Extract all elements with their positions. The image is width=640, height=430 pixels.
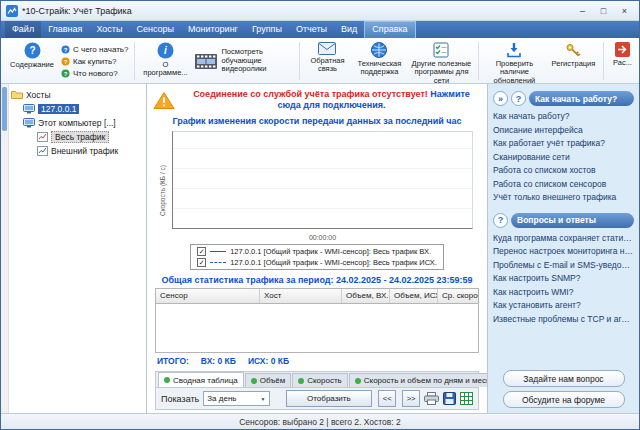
totals-outgoing: ИСХ: 0 КБ [248, 356, 289, 366]
print-icon[interactable] [424, 392, 439, 405]
minimize-button[interactable]: – [573, 4, 592, 18]
chart-y-axis-label: Скорость (КБ / с) [157, 129, 168, 241]
tab-speed[interactable]: Скорость [292, 373, 348, 387]
support-button[interactable]: Техническая поддержка [351, 40, 407, 82]
tree-item-this-computer[interactable]: Этот компьютер [...] [11, 116, 144, 130]
output-icons [424, 392, 473, 405]
faq-link[interactable]: Как настроить WMI? [493, 286, 634, 300]
help-section1-header: » ? Как начать работу? [493, 91, 634, 106]
column-header-volume-in[interactable]: Объем, ВХ. [342, 289, 390, 303]
column-header-sensor[interactable]: Сенсор [156, 289, 260, 303]
faq-link[interactable]: Проблемы с E-mail и SMS-уведомлени... [493, 259, 634, 273]
maximize-button[interactable]: □ [594, 4, 613, 18]
help-link[interactable]: Работа со списком хостов [493, 164, 634, 178]
export-table-icon[interactable] [460, 392, 473, 405]
about-button[interactable]: i О программе... [138, 40, 192, 82]
ribbon-separator [603, 42, 604, 80]
legend-row-incoming[interactable]: ✓ 127.0.0.1 [Общий трафик - WMI-сенсор]:… [197, 247, 437, 256]
question-circle-icon: ? [493, 213, 508, 228]
column-header-avg-speed-in[interactable]: Ср. скорость, ВХ. [438, 289, 478, 303]
help-link[interactable]: Учёт только внешнего трафика [493, 191, 634, 205]
info-icon: i [157, 42, 174, 59]
next-period-button[interactable]: >> [402, 390, 420, 407]
check-updates-button[interactable]: Проверить наличие обновлений [482, 40, 546, 82]
faq-link[interactable]: Как установить агент? [493, 299, 634, 313]
green-dot-icon [298, 378, 304, 384]
how-to-buy-link[interactable]: ? Как купить? [61, 57, 128, 66]
tree-item-hosts-root[interactable]: Хосты [11, 88, 144, 102]
help-panel-spacer [493, 326, 634, 367]
other-programs-button[interactable]: Другие полезные программы для сети [407, 40, 475, 82]
menu-sensors[interactable]: Сенсоры [129, 21, 181, 38]
help-link[interactable]: Сканирование сети [493, 151, 634, 165]
feedback-button[interactable]: Обратная связь [303, 40, 351, 82]
faq-link[interactable]: Как настроить SNMP? [493, 272, 634, 286]
whats-new-link[interactable]: ? Что нового? [61, 69, 128, 78]
menu-help[interactable]: Справка [364, 21, 415, 38]
window-controls: – □ × [573, 4, 634, 18]
sensor-chart-icon [37, 132, 48, 142]
help-link[interactable]: Работа со списком сенсоров [493, 178, 634, 192]
getting-started-link[interactable]: ? С чего начать? [61, 45, 128, 54]
save-icon[interactable] [443, 392, 456, 405]
videos-button[interactable]: Посмотреть обучающие видеоролики [192, 40, 296, 82]
help-link[interactable]: Описание интерфейса [493, 124, 634, 138]
close-button[interactable]: × [615, 4, 634, 18]
tree-item-host-127[interactable]: 127.0.0.1 [11, 102, 144, 116]
question-icon: ? [61, 45, 70, 54]
totals-row: ИТОГО: ВХ: 0 КБ ИСХ: 0 КБ [157, 356, 477, 366]
help-section2-title: Вопросы и ответы [511, 213, 634, 228]
legend-row-outgoing[interactable]: ✓ 127.0.0.1 [Общий трафик - WMI-сенсор]:… [197, 258, 437, 267]
stats-table-body [156, 304, 478, 353]
extensions-button-truncated[interactable]: Рас... [607, 40, 637, 82]
prev-period-button[interactable]: << [378, 390, 396, 407]
menu-bar: Файл Главная Хосты Сенсоры Мониторинг Гр… [1, 21, 639, 38]
help-link[interactable]: Как работает учёт трафика? [493, 137, 634, 151]
menu-view[interactable]: Вид [334, 21, 364, 38]
globe-icon [371, 42, 387, 58]
svg-text:?: ? [29, 45, 35, 56]
chart-legend: ✓ 127.0.0.1 [Общий трафик - WMI-сенсор]:… [190, 244, 444, 270]
period-select[interactable]: За день ▼ [203, 391, 269, 406]
menu-home[interactable]: Главная [41, 21, 89, 38]
menu-reports[interactable]: Отчеты [289, 21, 334, 38]
menu-groups[interactable]: Группы [245, 21, 289, 38]
ask-question-button[interactable]: Задайте нам вопрос [503, 370, 625, 387]
tree-scrollbar-thumb[interactable] [2, 87, 7, 131]
legend-checkbox-outgoing[interactable]: ✓ [197, 258, 206, 267]
svg-text:?: ? [64, 58, 68, 64]
quick-links-group: ? С чего начать? ? Как купить? ? Что нов… [58, 40, 131, 82]
question-circle-icon: ? [511, 91, 526, 106]
key-icon [565, 42, 581, 58]
chart-plot-wrap: 00:00:00 [168, 129, 477, 241]
svg-text:?: ? [64, 70, 68, 76]
faq-link[interactable]: Куда программа сохраняет статистик... [493, 232, 634, 246]
registration-button[interactable]: Регистрация [546, 40, 600, 82]
app-icon [6, 5, 18, 17]
tree-scrollbar[interactable] [1, 84, 9, 413]
legend-checkbox-incoming[interactable]: ✓ [197, 247, 206, 256]
green-dot-icon [251, 378, 257, 384]
tree-item-external-traffic[interactable]: Внешний трафик [11, 144, 144, 158]
contents-button[interactable]: ? Содержание [6, 40, 58, 82]
help-panel: » ? Как начать работу? Как начать работу… [487, 84, 639, 413]
column-header-host[interactable]: Хост [260, 289, 342, 303]
faq-link[interactable]: Известные проблемы с TCP и агентом [493, 313, 634, 327]
menu-hosts[interactable]: Хосты [89, 21, 129, 38]
display-button[interactable]: Отобразить [286, 390, 373, 407]
column-header-volume-out[interactable]: Объем, ИСХ. [390, 289, 438, 303]
menu-monitoring[interactable]: Мониторинг [181, 21, 245, 38]
tree-item-all-traffic[interactable]: Весь трафик [11, 130, 144, 144]
help-question-icon: ? [24, 42, 41, 59]
menu-file[interactable]: Файл [5, 21, 41, 38]
stats-table-header: Сенсор Хост Объем, ВХ. Объем, ИСХ. Ср. с… [156, 289, 478, 304]
tab-volume[interactable]: Объём [245, 373, 292, 387]
forum-button[interactable]: Обсудите на форуме [503, 391, 625, 408]
tab-summary-table[interactable]: Сводная таблица [158, 372, 244, 387]
warning-icon [153, 91, 175, 110]
green-dot-icon [355, 378, 361, 384]
connection-alert-link[interactable]: Соединение со службой учёта трафика отсу… [153, 89, 481, 112]
help-link[interactable]: Как начать работу? [493, 110, 634, 124]
faq-link[interactable]: Перенос настроек мониторинга на др... [493, 245, 634, 259]
show-label: Показать [161, 394, 199, 404]
